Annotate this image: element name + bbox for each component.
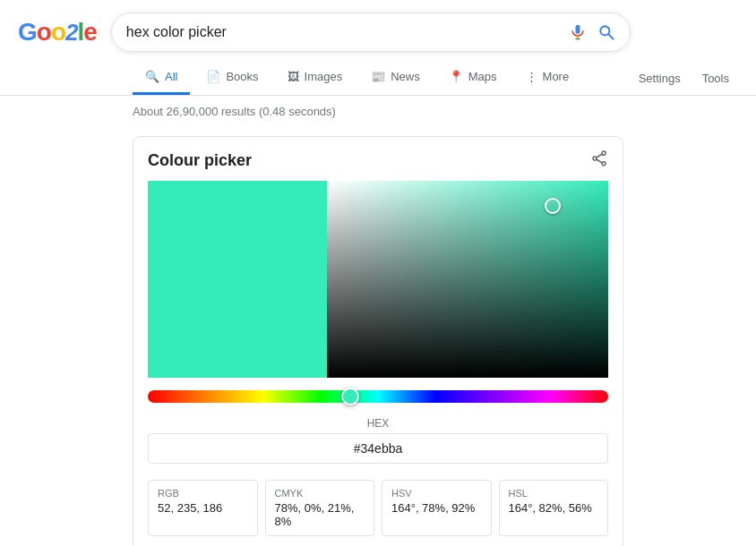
rgb-value: 52, 235, 186: [158, 501, 248, 515]
all-icon: 🔍: [145, 70, 159, 83]
hex-section: HEX: [133, 412, 623, 473]
svg-rect-0: [575, 25, 580, 34]
tab-more-label: More: [543, 70, 570, 83]
settings-button[interactable]: Settings: [630, 64, 690, 92]
hsv-label: HSV: [391, 488, 482, 499]
cmyk-value: 78%, 0%, 21%, 8%: [275, 501, 365, 528]
search-bar: [111, 13, 631, 52]
tab-news-label: News: [391, 70, 420, 83]
tab-books[interactable]: 📄 Books: [193, 61, 271, 95]
tab-maps-label: Maps: [468, 70, 497, 83]
tab-all-label: All: [165, 70, 177, 83]
tab-books-label: Books: [226, 70, 258, 83]
tab-images-label: Images: [305, 70, 343, 83]
search-input[interactable]: [126, 24, 569, 40]
hsv-box[interactable]: HSV 164°, 78%, 92%: [382, 480, 492, 536]
tools-button[interactable]: Tools: [693, 64, 738, 92]
svg-point-7: [602, 162, 606, 166]
nav-tabs: 🔍 All 📄 Books 🖼 Images 📰 News 📍 Maps ⋮ M…: [0, 61, 756, 96]
cmyk-box[interactable]: CMYK 78%, 0%, 21%, 8%: [265, 480, 375, 536]
nav-settings-area: Settings Tools: [630, 64, 738, 92]
hue-slider-container: [133, 378, 623, 412]
google-logo[interactable]: Goo2le: [18, 20, 97, 45]
results-count: About 26,90,000 results (0.48 seconds): [133, 105, 336, 118]
images-icon: 🖼: [288, 70, 299, 83]
logo-2: 2: [65, 21, 77, 44]
svg-line-4: [608, 35, 613, 39]
hex-input[interactable]: [159, 441, 597, 456]
more-icon: ⋮: [526, 70, 537, 83]
hsl-label: HSL: [509, 488, 599, 499]
hex-input-wrapper: [148, 433, 608, 464]
picker-main[interactable]: [148, 181, 608, 378]
rgb-box[interactable]: RGB 52, 235, 186: [148, 480, 258, 536]
share-icon[interactable]: [590, 149, 608, 172]
logo-e: e: [83, 20, 97, 45]
logo-o2: o: [51, 20, 65, 45]
hue-thumb[interactable]: [341, 388, 359, 405]
news-icon: 📰: [371, 70, 385, 83]
logo-l: l: [77, 20, 83, 45]
header: Goo2le: [0, 0, 756, 61]
card-title: Colour picker: [148, 151, 252, 170]
svg-line-9: [597, 159, 602, 163]
mic-icon[interactable]: [569, 23, 587, 41]
tab-news[interactable]: 📰 News: [358, 61, 433, 95]
color-gradient[interactable]: [327, 181, 608, 378]
hsl-box[interactable]: HSL 164°, 82%, 56%: [499, 480, 609, 536]
svg-point-6: [593, 157, 597, 160]
rgb-label: RGB: [158, 488, 248, 499]
books-icon: 📄: [206, 70, 220, 83]
picker-circle[interactable]: [545, 198, 561, 214]
svg-point-5: [602, 151, 606, 155]
tab-all[interactable]: 🔍 All: [133, 61, 190, 95]
color-swatch: [148, 181, 327, 378]
logo-o1: o: [37, 20, 51, 45]
cmyk-label: CMYK: [275, 488, 365, 499]
search-button[interactable]: [597, 23, 615, 41]
results-info: About 26,90,000 results (0.48 seconds): [0, 96, 756, 127]
svg-line-8: [597, 154, 602, 158]
search-icons: [569, 23, 615, 41]
color-picker-card: Colour picker HEX RG: [133, 136, 623, 546]
hex-label: HEX: [367, 417, 390, 430]
maps-icon: 📍: [449, 70, 463, 83]
logo-g: G: [18, 20, 37, 45]
tab-maps[interactable]: 📍 Maps: [436, 61, 510, 95]
tab-more[interactable]: ⋮ More: [513, 61, 582, 95]
hsl-value: 164°, 82%, 56%: [509, 501, 599, 515]
tab-images[interactable]: 🖼 Images: [275, 61, 356, 95]
hue-slider[interactable]: [148, 390, 608, 403]
card-header: Colour picker: [133, 137, 623, 181]
color-values: RGB 52, 235, 186 CMYK 78%, 0%, 21%, 8% H…: [133, 473, 623, 546]
hsv-value: 164°, 78%, 92%: [391, 501, 482, 515]
